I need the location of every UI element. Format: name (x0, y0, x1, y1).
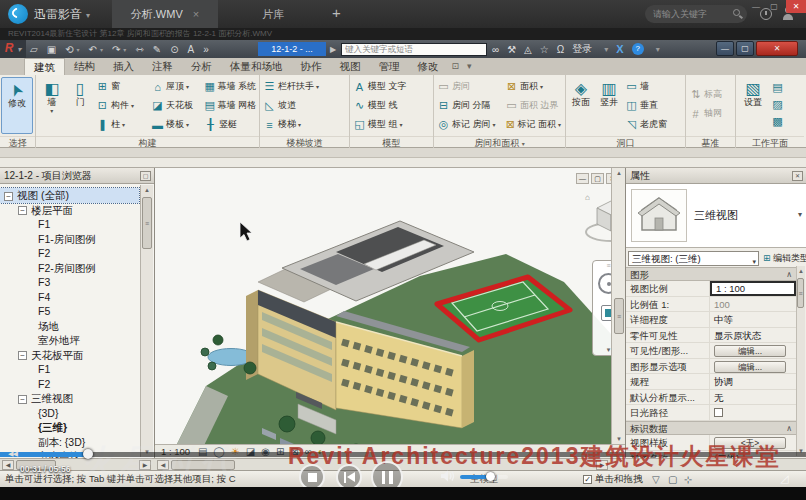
new-tab-button[interactable]: + (332, 0, 341, 28)
tab-massing-site[interactable]: 体量和场地 (221, 58, 292, 75)
shaft-button[interactable]: ▥ 竖井 (595, 77, 623, 134)
signin-label[interactable]: 登录 (572, 42, 592, 56)
revit-app-button[interactable]: R▾ (0, 40, 26, 58)
redo-button[interactable]: ↷ (112, 44, 120, 55)
aligned-dimension-button[interactable]: ✎ (153, 44, 161, 55)
section-identity-data[interactable]: 标识数据∧ (626, 421, 796, 435)
collapse-icon[interactable]: − (18, 351, 27, 360)
scroll-left-icon[interactable]: ◀ (2, 460, 14, 470)
room-separator-button[interactable]: ⊟房间 分隔 (435, 96, 503, 115)
tab-structure[interactable]: 结构 (65, 58, 104, 75)
wall-button[interactable]: ◧ 墙 ▾ (37, 77, 66, 134)
search-icon[interactable] (733, 9, 740, 16)
tree-item-floor-plans[interactable]: −楼层平面 (0, 203, 139, 218)
railing-button[interactable]: ☰栏杆扶手▾ (261, 77, 347, 96)
tag-area-button[interactable]: ⊠标记 面积▾ (503, 115, 563, 134)
group-label-circulation[interactable]: 楼梯坡道 (260, 136, 349, 148)
player-search-input[interactable] (653, 6, 727, 21)
tree-item-views-all[interactable]: −视图 (全部) (0, 188, 139, 203)
tree-item-exterior-grade[interactable]: 室外地坪 (0, 333, 139, 348)
panel-menu-icon[interactable]: ▢ (140, 171, 151, 181)
ramp-button[interactable]: ◺坡道 (261, 96, 347, 115)
model-group-button[interactable]: ◱模型 组▾ (351, 115, 431, 134)
model-line-button[interactable]: ∿模型 线 (351, 96, 431, 115)
chevron-down-icon[interactable]: ▾ (656, 45, 660, 54)
tab-view[interactable]: 视图 (331, 58, 370, 75)
tree-item-3d-views[interactable]: −三维视图 (0, 391, 139, 406)
stair-button[interactable]: ≡楼梯▾ (261, 115, 347, 134)
properties-scrollbar[interactable]: ▲ ≡ ▼ (796, 266, 805, 456)
tree-item-f1[interactable]: F1 (0, 217, 139, 232)
ceiling-button[interactable]: ◪天花板 (149, 96, 202, 115)
edit-graphic-display-button[interactable]: 编辑... (714, 361, 786, 373)
revit-restore-button[interactable]: ▢ (736, 41, 754, 56)
seek-handle[interactable] (83, 449, 93, 459)
tree-item-f2-room-legend[interactable]: F2-房间图例 (0, 261, 139, 276)
chevron-down-icon[interactable]: ▾ (77, 46, 80, 53)
group-label-build[interactable]: 构建 (36, 136, 259, 148)
vertical-opening-button[interactable]: ◫垂直 (623, 96, 681, 115)
drawing-area[interactable]: — ▢ ✕ ⌂ ≡ ▾ ▲ ≡ ▼ (155, 168, 625, 444)
detail-level-value[interactable]: 中等 (710, 312, 796, 327)
tag-by-category-button[interactable]: ⊙ (170, 44, 178, 55)
sun-path-checkbox[interactable] (714, 408, 723, 417)
revit-close-button[interactable]: ✕ (756, 41, 798, 56)
subscription-wrench-icon[interactable]: ⚒ (507, 44, 516, 55)
player-app-name[interactable]: 迅雷影音▾ (34, 0, 90, 28)
level-button[interactable]: ⇅标高 (687, 85, 733, 104)
player-maximize-button[interactable]: ▢ (766, 0, 782, 13)
tab-architecture[interactable]: 建筑 (24, 58, 65, 75)
drag-on-selection-toggle[interactable]: ✓ 单击和拖拽 (583, 471, 643, 487)
tree-item-f3[interactable]: F3 (0, 275, 139, 290)
show-workplane-button[interactable]: ▤ (769, 79, 791, 96)
tree-item-ceiling-f1[interactable]: F1 (0, 362, 139, 377)
scrollbar-thumb[interactable]: ≡ (142, 197, 152, 249)
analysis-display-value[interactable]: 无 (710, 390, 796, 405)
view-minimize-button[interactable]: — (576, 173, 589, 184)
chevron-down-icon[interactable]: ▾ (100, 46, 103, 53)
tab-analyze[interactable]: 分析 (182, 58, 221, 75)
collapse-icon[interactable]: − (18, 395, 27, 404)
dormer-button[interactable]: ◹老虎窗 (623, 115, 681, 134)
panel-close-icon[interactable]: ✕ (792, 171, 803, 181)
select-pinned-icon[interactable]: ⊹ (684, 472, 692, 488)
area-button[interactable]: ⊠面积▾ (503, 77, 563, 96)
collapse-icon[interactable]: − (18, 206, 27, 215)
selection-filter-icon[interactable]: ▽ (652, 472, 660, 488)
tree-item-3d-current[interactable]: {三维} (0, 420, 139, 435)
room-button[interactable]: ▭房间 (435, 77, 503, 96)
area-boundary-button[interactable]: ▭面积 边界 (503, 96, 563, 115)
view-restore-button[interactable]: ▢ (591, 173, 604, 184)
signin-person-icon[interactable]: Ω (557, 44, 564, 55)
tree-item-3d[interactable]: {3D} (0, 406, 139, 421)
revit-minimize-button[interactable]: — (716, 41, 734, 56)
tab-modify[interactable]: 修改 (409, 58, 448, 75)
curtain-grid-button[interactable]: ▤幕墙 网格 (202, 96, 258, 115)
view-scale-value[interactable]: 1 : 100 (710, 281, 796, 296)
tab-video-file[interactable]: 分析.WMV× (112, 0, 218, 28)
volume-icon[interactable] (440, 469, 456, 483)
workplane-viewer-button[interactable]: ▨ (769, 96, 791, 113)
floor-button[interactable]: ▬楼板▾ (149, 115, 202, 134)
player-close-button[interactable]: ✕ (786, 0, 806, 13)
parts-visibility-value[interactable]: 显示原状态 (710, 328, 796, 343)
chevron-down-icon[interactable]: ▾ (604, 45, 608, 54)
tree-item-f4[interactable]: F4 (0, 290, 139, 305)
sync-button[interactable]: ⟲ (65, 44, 73, 55)
tab-manage[interactable]: 管理 (370, 58, 409, 75)
more-tools-button[interactable]: » (203, 44, 209, 55)
wall-opening-button[interactable]: ▭墙 (623, 77, 681, 96)
group-label-opening[interactable]: 洞口 (566, 136, 685, 148)
tree-item-f5[interactable]: F5 (0, 304, 139, 319)
resize-corner-icon[interactable]: ◿ (780, 472, 788, 485)
scrollbar-thumb[interactable]: ≡ (614, 298, 624, 334)
component-button[interactable]: ⊡构件▾ (94, 96, 149, 115)
ribbon-toggle-icon[interactable]: ⊡ (448, 58, 464, 75)
tag-room-button[interactable]: ◎标记 房间▾ (435, 115, 503, 134)
section-graphics[interactable]: 图形∧ (626, 267, 796, 281)
chevron-down-icon[interactable]: ▾ (123, 46, 126, 53)
select-elements-icon[interactable]: ▢ (668, 472, 677, 488)
mullion-button[interactable]: ╂竖梃 (202, 115, 258, 134)
checkbox-checked-icon[interactable]: ✓ (583, 475, 592, 484)
measure-button[interactable]: ⇿ (135, 44, 143, 55)
